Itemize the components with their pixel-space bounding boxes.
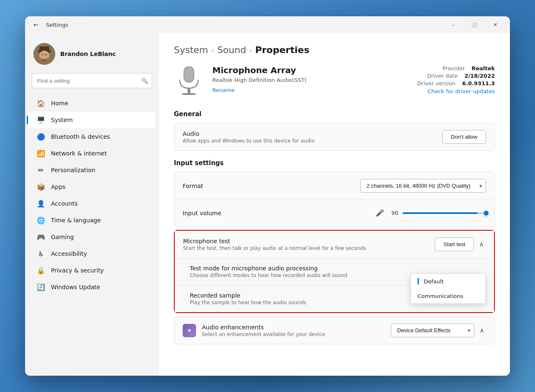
format-select[interactable]: 2 channels, 16 bit, 48000 Hz (DVD Qualit… (360, 179, 486, 193)
sidebar-label-personalization: Personalization (51, 167, 95, 173)
provider-label: Provider (443, 65, 465, 71)
format-select-wrap: 2 channels, 16 bit, 48000 Hz (DVD Qualit… (360, 179, 486, 193)
sidebar-item-system[interactable]: 🖥️ System (28, 112, 155, 128)
sidebar-item-accounts[interactable]: 👤 Accounts (28, 195, 155, 212)
search-box: 🔍 (32, 73, 152, 88)
sidebar-item-apps[interactable]: 📦 Apps (28, 178, 155, 195)
audio-sublabel: Allow apps and Windows to use this devic… (183, 138, 442, 144)
sidebar-item-network[interactable]: 📶 Network & internet (28, 145, 155, 162)
sidebar-item-personalization[interactable]: ✏️ Personalization (28, 162, 155, 178)
sidebar-label-accessibility: Accessibility (51, 250, 87, 257)
format-row: Format 2 channels, 16 bit, 48000 Hz (DVD… (174, 172, 494, 199)
test-mode-dropdown: Default Communications (410, 273, 486, 304)
title-bar: ← Settings – ⬜ ✕ (25, 16, 510, 33)
device-info: Microphone Array Realtek High Definition… (212, 65, 409, 94)
dropdown-option-default[interactable]: Default (411, 274, 485, 289)
recorded-sample-label: Recorded sample (190, 292, 402, 299)
breadcrumb-system[interactable]: System (174, 45, 208, 55)
general-card: Audio Allow apps and Windows to use this… (174, 123, 495, 151)
gaming-icon: 🎮 (37, 233, 45, 241)
svg-rect-6 (184, 66, 194, 82)
driver-date-label: Driver date (427, 73, 458, 79)
accounts-icon: 👤 (37, 199, 45, 208)
mic-test-label: Microphone test (183, 238, 435, 244)
sidebar-label-network: Network & internet (51, 150, 107, 157)
username: Brandon LeBlanc (60, 51, 116, 57)
sidebar-item-update[interactable]: 🔄 Windows Update (28, 279, 155, 295)
dropdown-option-communications-label: Communications (418, 293, 463, 299)
dropdown-option-default-label: Default (424, 278, 444, 285)
window-title: Settings (46, 22, 68, 28)
volume-slider-track[interactable] (403, 212, 486, 214)
sidebar-item-time[interactable]: 🌐 Time & language (28, 212, 155, 229)
volume-label: Input volume (183, 210, 334, 216)
svg-rect-8 (182, 93, 196, 95)
time-icon: 🌐 (37, 216, 45, 224)
bluetooth-icon: 🔵 (37, 132, 45, 141)
volume-slider-fill (403, 212, 478, 214)
breadcrumb-sound[interactable]: Sound (217, 45, 246, 55)
volume-control: 🎤 90 (334, 209, 486, 217)
minimize-button[interactable]: – (444, 18, 463, 31)
enhancements-controls: Device Default Effects ∧ (391, 323, 486, 337)
general-section-title: General (174, 110, 495, 118)
start-test-button[interactable]: Start test (435, 237, 474, 251)
test-mode-row: Test mode for microphone audio processin… (175, 258, 494, 285)
sidebar-item-privacy[interactable]: 🔒 Privacy & security (28, 262, 155, 279)
enhancements-sublabel: Select an enhancement available for your… (202, 331, 391, 337)
volume-slider-thumb (483, 210, 489, 216)
rename-link[interactable]: Rename (212, 87, 234, 93)
back-button[interactable]: ← (30, 19, 42, 31)
enhancements-icon: ✦ (183, 324, 196, 337)
microphone-test-section: Microphone test Start the test, then tal… (174, 230, 495, 313)
sidebar-label-update: Windows Update (51, 284, 100, 290)
maximize-button[interactable]: ⬜ (465, 18, 484, 31)
audio-row: Audio Allow apps and Windows to use this… (174, 123, 494, 150)
sidebar-label-accounts: Accounts (51, 200, 78, 207)
format-label: Format (183, 183, 360, 189)
dont-allow-button[interactable]: Don't allow (442, 130, 486, 144)
user-profile: Brandon LeBlanc (25, 40, 159, 73)
enhancements-select[interactable]: Device Default Effects (391, 323, 474, 337)
sidebar-label-time: Time & language (51, 217, 101, 224)
home-icon: 🏠 (37, 99, 45, 107)
mic-test-row: Microphone test Start the test, then tal… (175, 231, 494, 258)
enhancements-card: ✦ Audio enhancements Select an enhanceme… (174, 316, 495, 344)
search-icon: 🔍 (141, 78, 148, 84)
mic-test-controls: Start test ∧ (435, 237, 486, 251)
nav-list: 🏠 Home 🖥️ System 🔵 Bluetooth & devices 📶… (25, 95, 159, 295)
provider-value: Realtek (471, 65, 495, 71)
sidebar-label-privacy: Privacy & security (51, 267, 104, 274)
search-input[interactable] (32, 73, 152, 88)
privacy-icon: 🔒 (37, 266, 45, 275)
volume-value: 90 (388, 210, 398, 216)
svg-point-4 (42, 54, 43, 56)
sidebar-item-bluetooth[interactable]: 🔵 Bluetooth & devices (28, 128, 155, 145)
window-controls: – ⬜ ✕ (444, 18, 505, 31)
breadcrumb-current: Properties (255, 45, 310, 55)
driver-version-value: 6.0.9311.3 (462, 80, 495, 87)
recorded-sample-sublabel: Play the sample to hear how the audio so… (190, 300, 402, 305)
enhancements-row: ✦ Audio enhancements Select an enhanceme… (174, 317, 494, 344)
sidebar: Brandon LeBlanc 🔍 🏠 Home 🖥️ System 🔵 Blu… (25, 33, 159, 376)
sidebar-label-apps: Apps (51, 183, 66, 190)
mic-test-sublabel: Start the test, then talk or play audio … (183, 245, 435, 251)
device-name: Microphone Array (212, 65, 409, 75)
system-icon: 🖥️ (37, 116, 45, 124)
enhancements-expand-button[interactable]: ∧ (478, 325, 486, 336)
sidebar-item-accessibility[interactable]: ♿ Accessibility (28, 245, 155, 262)
test-mode-label: Test mode for microphone audio processin… (190, 265, 486, 272)
close-button[interactable]: ✕ (486, 18, 505, 31)
breadcrumb-sep-1: › (211, 47, 214, 53)
update-icon: 🔄 (37, 283, 45, 291)
sidebar-item-home[interactable]: 🏠 Home (28, 95, 155, 112)
mic-test-expand-button[interactable]: ∧ (477, 239, 486, 250)
check-driver-link[interactable]: Check for driver updates (428, 88, 495, 94)
sidebar-item-gaming[interactable]: 🎮 Gaming (28, 229, 155, 245)
sidebar-label-gaming: Gaming (51, 234, 74, 240)
dropdown-option-communications[interactable]: Communications (411, 289, 485, 303)
svg-point-3 (39, 51, 49, 61)
volume-row: Input volume 🎤 90 (174, 199, 494, 226)
breadcrumb-sep-2: › (250, 47, 252, 53)
driver-date-value: 2/18/2022 (464, 73, 495, 79)
